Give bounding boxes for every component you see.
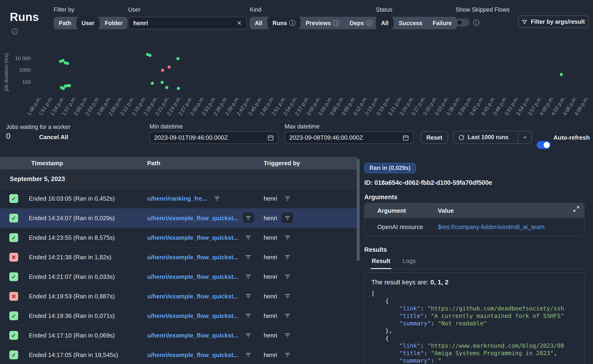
y-axis-tick-label: 1000 <box>7 67 31 73</box>
duration-badge: Ran in (0,029s) <box>364 163 415 173</box>
filter-by-args-button[interactable]: Filter by args/result <box>518 15 589 28</box>
max-datetime-label: Max datetime <box>285 123 320 130</box>
max-datetime-input[interactable] <box>289 134 392 141</box>
kind-runs-info-icon[interactable]: i <box>289 20 295 26</box>
clear-user-filter-icon[interactable]: ✕ <box>232 20 246 26</box>
table-row[interactable]: ✓✕ Ended 14:24:07 (Ran in 0,029s) u/henr… <box>0 208 357 228</box>
arguments-table-header: Argument Value <box>365 203 584 217</box>
kind-previews-info-icon[interactable]: i <box>333 20 339 26</box>
result-json: [ { "link": "https://github.com/deadbeef… <box>371 290 578 364</box>
filter-by-path-button[interactable] <box>243 252 254 262</box>
last-runs-dropdown-button[interactable] <box>518 131 532 143</box>
user-filter-label: User <box>128 6 140 13</box>
kind-previews-option[interactable]: Previewsi <box>300 17 344 29</box>
run-dot-success[interactable] <box>151 82 154 85</box>
run-timestamp: Ended 14:21:38 (Ran in 1,82s) <box>29 254 111 261</box>
tab-result[interactable]: Result <box>372 257 390 264</box>
cancel-all-button[interactable]: Cancel All <box>39 134 68 141</box>
table-row[interactable]: ✓✕ Ended 14:17:10 (Ran in 0,069s) u/henr… <box>0 326 357 345</box>
filter-by-path-option[interactable]: Path <box>53 17 76 29</box>
table-row[interactable]: ✓✕ Ended 16:03:05 (Ran in 0,452s) u/henr… <box>0 189 357 208</box>
show-skipped-info-icon[interactable]: i <box>473 20 479 26</box>
filter-by-user-button[interactable] <box>282 193 293 203</box>
timestamp-column-header: Timestamp <box>31 160 63 167</box>
run-dot-success[interactable] <box>66 62 69 65</box>
kind-runs-option[interactable]: Runsi <box>267 17 301 29</box>
runs-info-icon[interactable]: i <box>12 28 18 34</box>
run-dot-success[interactable] <box>165 86 168 89</box>
filter-by-path-button[interactable] <box>243 213 254 223</box>
kind-deps-info-icon[interactable]: i <box>366 20 372 26</box>
results-tabs: Result Logs <box>364 256 585 269</box>
table-row[interactable]: ✓✕ Ended 14:17:05 (Ran in 19,545s) u/hen… <box>0 345 357 364</box>
run-timestamp: Ended 14:23:55 (Ran in 8,575s) <box>29 234 115 241</box>
filter-by-path-button[interactable] <box>243 311 254 321</box>
filter-by-path-button[interactable] <box>243 291 254 301</box>
filter-by-user-button[interactable] <box>282 350 293 360</box>
x-axis-labels: 1:48 p.m.1:51 p.m.1:54 p.m.1:57 p.m.2:00… <box>0 95 593 121</box>
run-path-link[interactable]: u/henri/example_flow_quickst... <box>147 234 238 241</box>
filter-by-user-button[interactable] <box>282 232 293 242</box>
result-json-line: "title": "Amiga Systems Programming in 2… <box>371 350 578 357</box>
status-success-option[interactable]: Success <box>394 17 427 29</box>
filter-bars-icon <box>245 332 251 338</box>
user-filter-input[interactable] <box>129 20 232 26</box>
filter-by-path-button[interactable] <box>211 193 222 203</box>
filter-by-path-button[interactable] <box>243 232 254 242</box>
filter-by-user-button[interactable] <box>282 311 293 321</box>
status-segmented: All Success Failure <box>376 17 457 29</box>
run-path-link[interactable]: u/henri/example_flow_quickst... <box>147 332 238 339</box>
filter-by-path-button[interactable] <box>243 271 254 282</box>
run-path-link[interactable]: u/henri/example_flow_quickst... <box>147 254 238 260</box>
result-keys-line: The result keys are: 0, 1, 2 <box>371 278 578 286</box>
table-row[interactable]: ✓✕ Ended 14:21:38 (Ran in 1,82s) u/henri… <box>0 248 357 267</box>
kind-deps-option[interactable]: Depsi <box>344 17 377 29</box>
filter-by-user-option[interactable]: User <box>76 17 100 29</box>
status-failure-option[interactable]: Failure <box>427 17 457 29</box>
table-row[interactable]: ✓✕ Ended 14:19:53 (Ran in 0,887s) u/henr… <box>0 287 357 306</box>
filter-by-user-button[interactable] <box>282 330 293 340</box>
run-dot-success[interactable] <box>61 59 65 62</box>
run-path-link[interactable]: u/henri/example_flow_quickst... <box>147 273 238 280</box>
calendar-icon[interactable] <box>267 134 274 141</box>
toggle-knob <box>456 20 462 26</box>
calendar-icon[interactable] <box>402 134 409 141</box>
run-path-link[interactable]: u/henri/example_flow_quickst... <box>147 351 238 358</box>
run-path-link[interactable]: u/henri/example_flow_quickst... <box>147 214 238 221</box>
filter-by-path-button[interactable] <box>243 350 254 360</box>
last-runs-button[interactable]: Last 1000 runs <box>454 131 518 143</box>
auto-refresh-toggle[interactable] <box>537 141 551 149</box>
run-dot-success[interactable] <box>176 57 180 60</box>
run-status-icon: ✓✕ <box>9 312 18 320</box>
run-path-link[interactable]: u/henri/example_flow_quickst... <box>147 312 238 319</box>
filter-by-folder-option[interactable]: Folder <box>100 17 128 29</box>
show-skipped-toggle[interactable] <box>455 19 469 26</box>
run-path-link[interactable]: u/henri/ranking_fre... <box>147 195 207 202</box>
run-dot-failure[interactable] <box>167 65 171 69</box>
table-scrollbar[interactable] <box>357 159 360 261</box>
table-row[interactable]: ✓✕ Ended 14:21:07 (Ran in 0,033s) u/henr… <box>0 267 357 287</box>
run-dot-success[interactable] <box>560 73 563 76</box>
tab-logs[interactable]: Logs <box>402 257 415 264</box>
filter-by-user-button[interactable] <box>282 252 293 262</box>
status-all-option[interactable]: All <box>376 17 394 29</box>
expand-arguments-button[interactable] <box>573 206 580 212</box>
run-dot-success[interactable] <box>160 81 164 84</box>
reset-button[interactable]: Reset <box>421 131 448 144</box>
argument-value-link[interactable]: $res:f/company-folder/windmill_ai_team <box>438 223 545 230</box>
run-path-link[interactable]: u/henri/example_flow_quickst... <box>147 292 238 299</box>
filter-by-path-button[interactable] <box>243 330 254 340</box>
run-dot-failure[interactable] <box>161 69 164 72</box>
filter-by-user-button[interactable] <box>282 271 293 282</box>
run-dot-success[interactable] <box>68 84 71 87</box>
min-datetime-input[interactable] <box>154 134 257 141</box>
run-dot-success[interactable] <box>177 87 180 90</box>
kind-all-option[interactable]: All <box>250 17 267 29</box>
run-timestamp: Ended 14:24:07 (Ran in 0,029s) <box>29 214 115 221</box>
table-row[interactable]: ✓✕ Ended 14:19:36 (Ran in 0,071s) u/henr… <box>0 306 357 326</box>
y-axis-tick-label: 10 000 <box>7 55 31 61</box>
run-dot-success[interactable] <box>148 54 152 57</box>
filter-by-user-button[interactable] <box>282 213 293 223</box>
table-row[interactable]: ✓✕ Ended 14:23:55 (Ran in 8,575s) u/henr… <box>0 228 357 248</box>
filter-by-user-button[interactable] <box>282 291 293 301</box>
